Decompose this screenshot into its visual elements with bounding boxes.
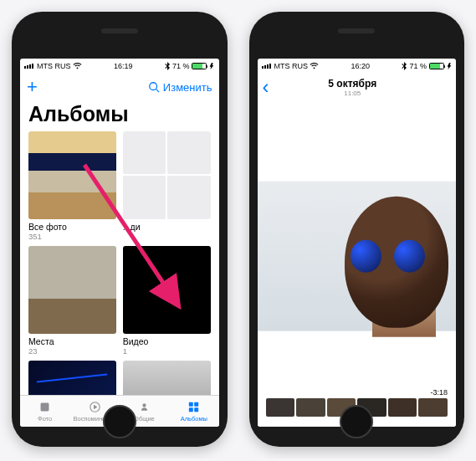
svg-rect-6	[189, 407, 193, 412]
photos-icon	[38, 400, 52, 414]
album-title: ...ди	[123, 222, 211, 232]
battery-icon	[429, 63, 444, 69]
album-title: Места	[28, 336, 116, 346]
album-thumb	[123, 131, 211, 219]
bluetooth-icon	[165, 62, 170, 70]
video-frame	[258, 127, 457, 385]
status-bar: MTS RUS 16:19 71 %	[20, 59, 219, 74]
charging-icon	[447, 63, 452, 69]
album-extra-2[interactable]	[123, 361, 211, 396]
battery-pct: 71 %	[409, 62, 427, 70]
svg-rect-5	[195, 402, 199, 407]
nav-subtitle: 11:05	[328, 90, 376, 97]
svg-rect-4	[189, 402, 193, 407]
screen-albums: MTS RUS 16:19 71 % + Изменить Альбомы Вс…	[20, 59, 219, 427]
tab-albums[interactable]: Альбомы	[169, 396, 218, 427]
album-people[interactable]: ...ди	[123, 131, 211, 241]
album-thumb	[123, 246, 211, 334]
svg-line-1	[156, 90, 159, 93]
tab-label: Альбомы	[181, 415, 207, 423]
album-title: Все фото	[28, 222, 116, 232]
album-count: 23	[28, 346, 116, 356]
album-places[interactable]: Места 23	[28, 246, 116, 356]
tab-label: Общие	[134, 415, 155, 423]
nav-title: 5 октября	[328, 78, 376, 90]
signal-icon	[262, 64, 271, 69]
memories-icon	[88, 400, 102, 414]
album-count: 1	[123, 346, 211, 356]
svg-rect-2	[41, 403, 49, 412]
home-button[interactable]	[340, 405, 373, 438]
album-extra[interactable]	[28, 361, 116, 396]
time-remaining: -3:18	[266, 388, 448, 397]
albums-icon	[187, 400, 201, 414]
carrier-label: MTS RUS	[37, 62, 71, 70]
bluetooth-icon	[402, 62, 407, 70]
battery-pct: 71 %	[172, 62, 190, 70]
shared-icon	[137, 400, 151, 414]
search-icon[interactable]	[148, 81, 160, 93]
status-bar: MTS RUS 16:20 71 %	[258, 59, 457, 74]
albums-grid: Все фото 351 ...ди Места 23 Видео 1	[20, 131, 219, 395]
album-thumb	[28, 361, 116, 396]
album-thumb	[28, 131, 116, 219]
album-title: Видео	[123, 336, 211, 346]
add-button[interactable]: +	[27, 78, 38, 96]
navbar: + Изменить	[20, 74, 219, 100]
svg-rect-7	[195, 407, 199, 412]
clock-label: 16:19	[114, 62, 133, 70]
wifi-icon	[310, 63, 319, 69]
album-thumb	[123, 361, 211, 396]
album-thumb	[28, 246, 116, 334]
wifi-icon	[73, 63, 82, 69]
video-area[interactable]: -3:18 ❚❚	[258, 100, 457, 427]
signal-icon	[24, 64, 33, 69]
svg-point-0	[150, 83, 157, 90]
clock-label: 16:20	[351, 62, 370, 70]
charging-icon	[209, 63, 214, 69]
back-button[interactable]: ‹	[263, 77, 269, 97]
carrier-label: MTS RUS	[274, 62, 309, 70]
album-all-photos[interactable]: Все фото 351	[28, 131, 116, 241]
tab-photos[interactable]: Фото	[20, 396, 69, 427]
screen-video: MTS RUS 16:20 71 % ‹ 5 октября 11:05	[258, 59, 457, 427]
edit-button[interactable]: Изменить	[163, 81, 212, 94]
battery-icon	[192, 63, 207, 69]
navbar: ‹ 5 октября 11:05	[258, 74, 457, 100]
phone-frame-right: MTS RUS 16:20 71 % ‹ 5 октября 11:05	[249, 12, 465, 447]
album-count: 351	[28, 232, 116, 241]
home-button[interactable]	[103, 405, 136, 438]
album-videos[interactable]: Видео 1	[123, 246, 211, 356]
phone-frame-left: MTS RUS 16:19 71 % + Изменить Альбомы Вс…	[12, 12, 228, 447]
page-title: Альбомы	[20, 100, 219, 131]
tab-label: Фото	[38, 415, 52, 423]
